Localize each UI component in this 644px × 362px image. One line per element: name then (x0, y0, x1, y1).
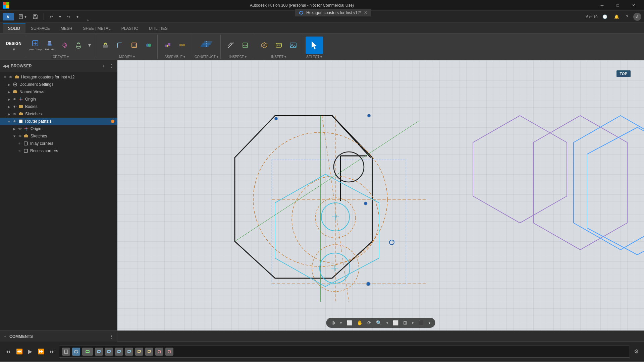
timeline-item-1[interactable] (62, 348, 70, 356)
timeline-end-btn[interactable]: ⏭ (48, 348, 56, 355)
tree-arrow-sketches[interactable]: ▶ (7, 112, 11, 116)
tree-arrow-root[interactable]: ▼ (3, 75, 7, 79)
timeline-item-9[interactable] (145, 348, 153, 356)
loft-tool[interactable] (72, 38, 85, 52)
user-avatar[interactable]: A (633, 13, 641, 21)
timeline-item-7[interactable] (125, 348, 133, 356)
tree-vis-bodies[interactable]: 👁 (12, 104, 17, 109)
shell-tool[interactable] (127, 38, 141, 52)
design-dropdown[interactable]: DESIGN ▾ (3, 35, 25, 58)
minimize-btn[interactable]: ─ (594, 0, 610, 11)
pan-tool[interactable]: ✋ (355, 319, 364, 326)
create-new-component-tool[interactable]: New Comp (29, 38, 42, 52)
browser-menu-button[interactable]: ⋮ (108, 63, 114, 69)
tree-item-origin[interactable]: ▶ 👁 Origin (0, 96, 117, 103)
grid-dropdown[interactable]: ▾ (410, 320, 415, 326)
combine-tool[interactable] (142, 38, 155, 52)
tree-vis-r-origin[interactable]: 👁 (18, 126, 22, 131)
display-mode-btn[interactable]: ⬜ (345, 319, 354, 326)
orbit-tool[interactable]: ⟳ (366, 319, 373, 326)
tab-plastic[interactable]: PLASTIC (116, 23, 144, 33)
tree-vis-router[interactable]: 👁 (12, 119, 17, 124)
measure-tool[interactable] (224, 38, 237, 52)
timeline-item-8[interactable] (135, 348, 143, 356)
tree-item-bodies[interactable]: ▶ 👁 Bodies (0, 103, 117, 110)
close-btn[interactable]: ✕ (626, 0, 641, 11)
save-button[interactable] (31, 13, 40, 20)
close-tab-icon[interactable]: ✕ (364, 10, 367, 15)
tab-surface[interactable]: SURFACE (25, 23, 55, 33)
new-tab-button[interactable]: ＋ (84, 16, 92, 24)
tree-arrow-r-origin[interactable]: ▶ (12, 126, 17, 131)
timeline-next-btn[interactable]: ⏩ (36, 348, 46, 355)
zoom-dropdown[interactable]: ▾ (385, 320, 390, 326)
tab-solid[interactable]: SOLID (3, 23, 25, 33)
zoom-tool[interactable]: 🔍 (374, 319, 383, 326)
tree-item-sketches[interactable]: ▶ 👁 Sketches (0, 110, 117, 118)
browser-collapse-icon[interactable]: ◀◀ (3, 64, 9, 68)
timeline-item-2[interactable] (72, 348, 80, 356)
timeline-play-btn[interactable]: ▶ (27, 348, 34, 355)
tab-sheet-metal[interactable]: SHEET METAL (77, 23, 116, 33)
timeline-settings-btn[interactable]: ⚙ (633, 348, 640, 355)
tree-item-named-views[interactable]: ▶ Named Views (0, 88, 117, 96)
select-tool[interactable] (306, 37, 323, 54)
tree-vis-r-sketches[interactable]: 👁 (18, 134, 22, 138)
timeline-start-btn[interactable]: ⏮ (4, 348, 12, 355)
tab-mesh[interactable]: MESH (55, 23, 78, 33)
extrude-tool[interactable]: Extrude (43, 38, 56, 52)
viewport[interactable]: TOP ⊕ ▾ ⬜ ✋ ⟳ 🔍 ▾ ⬜ ⊞ ▾ ⬛ ▾ (117, 60, 644, 330)
tree-arrow-r-sketches[interactable]: ▼ (12, 134, 17, 138)
new-file-button[interactable]: ▾ (17, 13, 28, 20)
tree-item-recess-corners[interactable]: 👁 Recess corners (0, 147, 117, 155)
tree-vis-root[interactable]: 👁 (8, 75, 13, 79)
comments-expand-icon[interactable]: ＋ (3, 334, 7, 340)
press-pull-tool[interactable] (99, 38, 112, 52)
insert-mesh-tool[interactable] (258, 38, 271, 52)
insert-image-tool[interactable] (286, 38, 300, 52)
redo-dropdown[interactable]: ▾ (75, 13, 80, 20)
comments-action-btn[interactable]: ⋮ (108, 333, 114, 340)
fit-to-screen[interactable]: ⬜ (391, 319, 400, 326)
snap-tool[interactable]: ⊕ (330, 319, 337, 326)
timeline-item-6[interactable] (115, 348, 123, 356)
joint-tool[interactable] (161, 38, 174, 52)
tree-arrow-origin[interactable]: ▶ (7, 97, 11, 102)
redo-button[interactable]: ↪ (65, 13, 72, 20)
tree-vis-origin[interactable]: 👁 (12, 97, 17, 102)
maximize-btn[interactable]: □ (610, 0, 626, 11)
tab-utilities[interactable]: UTILITIES (144, 23, 173, 33)
timeline-item-5[interactable] (105, 348, 113, 356)
tree-arrow-named-views[interactable]: ▶ (7, 89, 11, 94)
view-dropdown[interactable]: ▾ (427, 320, 432, 326)
notification-button[interactable]: 🔔 (612, 13, 621, 20)
tree-item-router-paths[interactable]: ▼ 👁 Router paths:1 (0, 118, 117, 125)
snap-dropdown[interactable]: ▾ (338, 320, 343, 326)
fillet-tool[interactable] (113, 38, 126, 52)
help-button[interactable]: ? (624, 13, 630, 20)
browser-add-button[interactable]: ＋ (100, 62, 106, 70)
timeline-item-10[interactable] (155, 348, 163, 356)
offset-plane-tool[interactable] (197, 37, 216, 53)
tree-vis-inlay[interactable]: 👁 (17, 141, 22, 146)
tree-item-document-settings[interactable]: ▶ Document Settings (0, 81, 117, 88)
file-tab[interactable]: Hexagon coasters for Inst v12* ✕ (295, 9, 371, 16)
undo-button[interactable]: ↩ (48, 13, 55, 20)
grid-display[interactable]: ⊞ (401, 319, 409, 326)
undo-dropdown[interactable]: ▾ (57, 13, 63, 20)
tree-vis-sketches[interactable]: 👁 (12, 112, 17, 116)
tree-arrow-router[interactable]: ▼ (7, 119, 11, 124)
tree-item-root[interactable]: ▼ 👁 Hexagon coasters for Inst v12 (0, 73, 117, 81)
tree-arrow-doc[interactable]: ▶ (7, 82, 11, 87)
rigid-group-tool[interactable] (175, 38, 189, 52)
tree-item-router-origin[interactable]: ▶ 👁 Origin (0, 125, 117, 132)
view-cube-btn[interactable]: ⬛ (417, 319, 426, 326)
tree-item-router-sketches[interactable]: ▼ 👁 Sketches (0, 132, 117, 140)
insert-svg-tool[interactable]: SVG (272, 38, 285, 52)
tree-vis-recess[interactable]: 👁 (17, 148, 22, 153)
timeline-prev-btn[interactable]: ⏪ (15, 348, 24, 355)
revolve-tool[interactable] (57, 38, 71, 52)
history-button[interactable]: 🕐 (601, 13, 609, 20)
timeline-item-3[interactable] (82, 348, 93, 356)
section-analysis-tool[interactable] (238, 38, 252, 52)
